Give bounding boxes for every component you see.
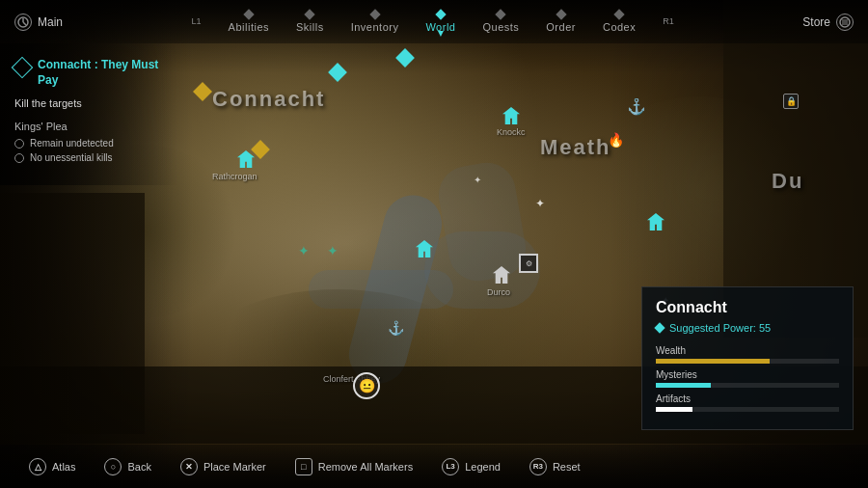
wealth-stat: Wealth	[656, 345, 839, 364]
mysteries-label: Mysteries	[656, 369, 839, 380]
tab-quests[interactable]: Quests	[469, 11, 532, 33]
abilities-label: Abilities	[229, 21, 269, 33]
world-diamond	[435, 9, 446, 19]
store-icon	[836, 14, 854, 31]
marker-house-2[interactable]	[502, 107, 520, 124]
codex-diamond	[613, 9, 624, 19]
quests-label: Quests	[482, 21, 519, 33]
nav-trigger-R1[interactable]: R1	[649, 16, 688, 28]
marker-gold-1[interactable]	[254, 143, 267, 156]
abilities-diamond	[243, 9, 254, 19]
atlas-icon: △	[29, 458, 46, 475]
condition-1: Remain undetected	[30, 138, 114, 149]
codex-label: Codex	[603, 21, 636, 33]
remove-markers-icon: □	[295, 458, 312, 475]
legend-button[interactable]: L3 Legend	[442, 458, 501, 475]
tab-inventory[interactable]: Inventory	[338, 11, 413, 33]
top-navigation: Main L1 Abilities Skills Inventory World…	[0, 0, 868, 43]
marker-house-1[interactable]	[237, 150, 255, 168]
tab-codex[interactable]: Codex	[589, 11, 649, 33]
marker-star-2: ✦	[535, 194, 545, 211]
marker-anchor-1[interactable]: ⚓	[627, 97, 646, 116]
place-marker-button[interactable]: ✕ Place Marker	[180, 458, 266, 475]
radio-no-kills	[14, 153, 24, 163]
mysteries-bar-bg	[656, 383, 839, 388]
marker-fire-1[interactable]: 🔥	[608, 131, 624, 149]
marker-deco-1[interactable]: ✦	[298, 242, 310, 259]
order-diamond	[556, 9, 566, 19]
remove-markers-label: Remove All Markers	[318, 461, 413, 473]
condition-2: No unessential kills	[30, 152, 113, 163]
reset-label: Reset	[553, 461, 581, 473]
radio-undetected	[14, 139, 24, 149]
world-label: World	[425, 21, 455, 33]
remove-markers-button[interactable]: □ Remove All Markers	[295, 458, 413, 475]
marker-mystery-1[interactable]: 😐	[353, 372, 380, 399]
artifacts-stat: Artifacts	[656, 393, 839, 412]
reset-button[interactable]: R3 Reset	[529, 458, 581, 475]
quest-title-container: Connacht : They Must Pay	[14, 58, 164, 88]
marker-house-5[interactable]	[647, 213, 665, 230]
marker-objective-1[interactable]: ⚙	[519, 254, 538, 273]
atlas-button[interactable]: △ Atlas	[29, 458, 75, 475]
place-marker-label: Place Marker	[203, 461, 266, 473]
marker-star-1: ✦	[474, 170, 481, 187]
artifacts-label: Artifacts	[656, 393, 839, 404]
quests-diamond	[496, 9, 506, 19]
store-button[interactable]: Store	[802, 14, 854, 31]
legend-icon: L3	[442, 458, 459, 475]
quest-icon	[12, 57, 34, 79]
skills-diamond	[305, 9, 315, 19]
bottom-navigation: △ Atlas ○ Back ✕ Place Marker □ Remove A…	[0, 445, 868, 488]
nav-trigger-L1[interactable]: L1	[178, 16, 215, 28]
kings-plea-item-2: No unessential kills	[14, 152, 164, 163]
region-name: Connacht	[656, 299, 839, 316]
artifacts-bar-fill	[656, 407, 692, 412]
tab-skills[interactable]: Skills	[283, 11, 338, 33]
power-text: Suggested Power: 55	[669, 322, 771, 334]
marker-house-4[interactable]	[493, 266, 510, 284]
wealth-bar-fill	[656, 359, 770, 364]
mysteries-stat: Mysteries	[656, 369, 839, 388]
suggested-power: Suggested Power: 55	[656, 322, 839, 334]
marker-diamond-1[interactable]	[331, 66, 344, 79]
tab-world[interactable]: World	[412, 11, 469, 33]
inventory-label: Inventory	[351, 21, 399, 33]
L1-label: L1	[192, 16, 202, 26]
tab-order[interactable]: Order	[532, 11, 589, 33]
artifacts-bar-bg	[656, 407, 839, 412]
place-marker-icon: ✕	[180, 458, 198, 475]
region-info-panel: Connacht Suggested Power: 55 Wealth Myst…	[641, 286, 854, 430]
inventory-diamond	[369, 9, 380, 19]
skills-label: Skills	[296, 21, 324, 33]
kings-plea-section: Kings' Plea Remain undetected No unessen…	[14, 121, 164, 163]
store-label: Store	[802, 15, 830, 29]
order-label: Order	[546, 21, 576, 33]
marker-deco-2[interactable]: ✦	[327, 242, 339, 259]
main-menu-button[interactable]: Main	[14, 14, 63, 31]
main-icon	[14, 14, 32, 31]
main-label: Main	[38, 15, 63, 29]
quest-panel: Connacht : They Must Pay Kill the target…	[0, 43, 178, 185]
mysteries-bar-fill	[656, 383, 711, 388]
reset-icon: R3	[529, 458, 547, 475]
marker-house-3[interactable]	[416, 240, 433, 258]
marker-lock-1[interactable]: 🔒	[783, 94, 799, 109]
atlas-label: Atlas	[52, 461, 75, 473]
back-label: Back	[127, 461, 150, 473]
kings-plea-item-1: Remain undetected	[14, 138, 164, 149]
marker-diamond-2[interactable]	[398, 51, 412, 65]
quest-title: Connacht : They Must Pay	[38, 58, 164, 88]
wealth-bar-bg	[656, 359, 839, 364]
quest-objective: Kill the targets	[14, 97, 164, 109]
marker-wealth-1[interactable]	[193, 82, 212, 101]
back-button[interactable]: ○ Back	[104, 458, 150, 475]
wealth-label: Wealth	[656, 345, 839, 356]
tab-abilities[interactable]: Abilities	[215, 11, 283, 33]
marker-anchor-2[interactable]: ⚓	[388, 319, 404, 337]
kings-plea-title: Kings' Plea	[14, 121, 164, 132]
back-icon: ○	[104, 458, 122, 475]
nav-tabs: L1 Abilities Skills Inventory World Ques…	[63, 11, 802, 33]
power-diamond-icon	[654, 322, 665, 333]
svg-line-2	[23, 22, 26, 25]
